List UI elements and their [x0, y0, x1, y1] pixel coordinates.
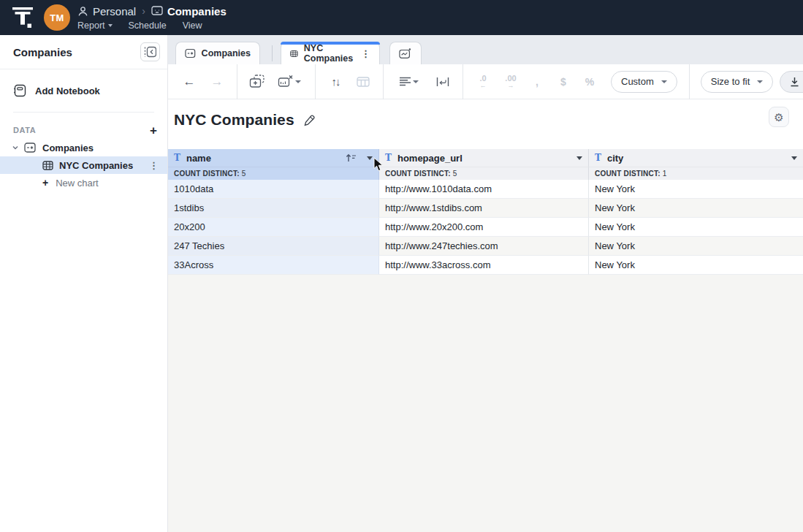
tab-companies[interactable]: Companies: [175, 42, 260, 64]
add-data-button[interactable]: +: [150, 124, 157, 137]
currency-format-button[interactable]: $: [552, 71, 574, 93]
cell-homepage-url[interactable]: http://www.247techies.com: [379, 237, 589, 256]
increase-decimal-button[interactable]: .00→: [500, 71, 522, 93]
column-header-city[interactable]: T city: [589, 149, 803, 167]
breadcrumb-block: Personal › Companies Report Schedule Vie…: [77, 4, 227, 31]
table-row: 20x200 http://www.20x200.com New York: [168, 218, 803, 237]
column-menu-chevron-icon[interactable]: [791, 156, 797, 160]
custom-format-dropdown[interactable]: Custom: [611, 71, 677, 93]
undo-back-button[interactable]: ←: [178, 71, 200, 93]
export-button[interactable]: Export: [780, 71, 803, 93]
sidebar-title: Companies: [13, 46, 72, 58]
chevron-down-icon: [295, 80, 301, 83]
menubar: Report Schedule View: [77, 20, 227, 31]
sort-button[interactable]: ↑↓: [324, 71, 346, 93]
columns-icon: [357, 77, 370, 87]
column-menu-chevron-icon[interactable]: [576, 156, 582, 160]
menu-schedule[interactable]: Schedule: [129, 20, 167, 31]
notebook-add-icon: [13, 84, 26, 97]
chart-remove-icon: [278, 75, 294, 88]
text-type-icon: T: [595, 153, 601, 163]
toolbar-divider: [237, 64, 237, 99]
wrap-text-icon: [436, 77, 449, 87]
cell-homepage-url[interactable]: http://www.20x200.com: [379, 218, 589, 237]
toolbar: ← → ↑↓: [168, 64, 803, 99]
breadcrumb-current[interactable]: Companies: [167, 5, 227, 18]
column-menu-chevron-icon[interactable]: [367, 156, 373, 160]
add-notebook-button[interactable]: Add Notebook: [0, 80, 167, 102]
tab-kebab-menu-icon[interactable]: ⋮: [361, 48, 370, 59]
toolbar-divider: [383, 64, 384, 99]
toolbar-divider: [463, 64, 463, 99]
redo-forward-button[interactable]: →: [206, 71, 228, 93]
align-left-icon: [399, 77, 411, 86]
breadcrumb-parent[interactable]: Personal: [93, 5, 136, 18]
person-icon: [77, 6, 88, 17]
cell-homepage-url[interactable]: http://www.1stdibs.com: [379, 199, 589, 218]
chevron-down-icon: [12, 144, 19, 151]
toolbar-divider: [689, 64, 690, 99]
toolbar-divider: [315, 64, 316, 99]
table-icon: [290, 49, 298, 58]
cell-name[interactable]: 1stdibs: [168, 199, 379, 218]
cell-city[interactable]: New York: [589, 218, 803, 237]
chevron-down-icon: [661, 80, 667, 83]
summary-cell-city: COUNT DISTINCT:1: [589, 167, 803, 180]
decrease-decimal-button[interactable]: .0←: [472, 71, 494, 93]
columns-button[interactable]: [352, 71, 374, 93]
sidebar-item-companies-notebook[interactable]: Companies: [0, 139, 167, 156]
app-logo-icon[interactable]: [12, 6, 34, 29]
edit-title-pencil-icon[interactable]: [303, 114, 316, 126]
cell-city[interactable]: New York: [589, 199, 803, 218]
column-header-name[interactable]: T name: [168, 149, 379, 167]
notebook-icon: [24, 142, 36, 153]
chevron-down-icon: [413, 80, 419, 83]
table-icon: [42, 161, 53, 170]
chevron-down-icon: [108, 24, 113, 27]
report-icon: [151, 6, 163, 16]
table-header-row: T name T homepage_url: [168, 149, 803, 167]
menu-view[interactable]: View: [183, 20, 202, 31]
cell-name[interactable]: 33Across: [168, 256, 379, 275]
avatar[interactable]: TM: [44, 4, 70, 31]
thousands-separator-button[interactable]: ,: [526, 71, 548, 93]
cell-homepage-url[interactable]: http://www.33across.com: [379, 256, 589, 275]
cell-name[interactable]: 1010data: [168, 180, 379, 199]
cell-name[interactable]: 20x200: [168, 218, 379, 237]
tab-nyc-companies[interactable]: NYC Companies ⋮: [281, 42, 380, 64]
sidebar: Companies Add Notebook DATA +: [0, 35, 168, 532]
cell-city[interactable]: New York: [589, 180, 803, 199]
cell-homepage-url[interactable]: http://www.1010data.com: [379, 180, 589, 199]
duplicate-step-button[interactable]: [246, 71, 268, 93]
sidebar-divider: [13, 112, 154, 113]
sidebar-item-nyc-companies[interactable]: NYC Companies ⋮: [0, 156, 167, 174]
data-section-label: DATA: [13, 126, 36, 134]
page-title[interactable]: NYC Companies: [174, 111, 294, 129]
settings-gear-button[interactable]: ⚙: [769, 107, 789, 127]
wrap-text-button[interactable]: [432, 71, 454, 93]
sort-ascending-icon[interactable]: [346, 153, 357, 162]
table-summary-row: COUNT DISTINCT:5 COUNT DISTINCT:5 COUNT …: [168, 167, 803, 180]
column-header-homepage-url[interactable]: T homepage_url: [379, 149, 589, 167]
content-area: NYC Companies ⚙ Click to add chart descr…: [168, 99, 803, 532]
chevron-down-icon: [757, 80, 763, 83]
size-to-fit-dropdown[interactable]: Size to fit: [701, 71, 773, 93]
kebab-menu-icon[interactable]: ⋮: [149, 160, 159, 171]
data-table: T name T homepage_url: [168, 149, 803, 275]
table-row: 33Across http://www.33across.com New Yor…: [168, 256, 803, 275]
cell-city[interactable]: New York: [589, 256, 803, 275]
percent-format-button[interactable]: %: [579, 71, 601, 93]
add-chart-icon: [399, 48, 412, 59]
summarize-dropdown-button[interactable]: [273, 71, 306, 93]
menu-report[interactable]: Report: [77, 20, 113, 31]
sidebar-item-new-chart[interactable]: + New chart: [0, 174, 167, 191]
duplicate-add-icon: [249, 75, 265, 88]
cell-name[interactable]: 247 Techies: [168, 237, 379, 256]
cell-city[interactable]: New York: [589, 237, 803, 256]
align-dropdown-button[interactable]: [392, 71, 425, 93]
collapse-sidebar-button[interactable]: [140, 42, 160, 61]
tab-add-chart[interactable]: [389, 42, 422, 64]
breadcrumb-separator: ›: [140, 5, 147, 17]
main-area: Companies NYC Companies ⋮ ← →: [168, 35, 803, 532]
breadcrumb: Personal › Companies: [77, 4, 227, 18]
